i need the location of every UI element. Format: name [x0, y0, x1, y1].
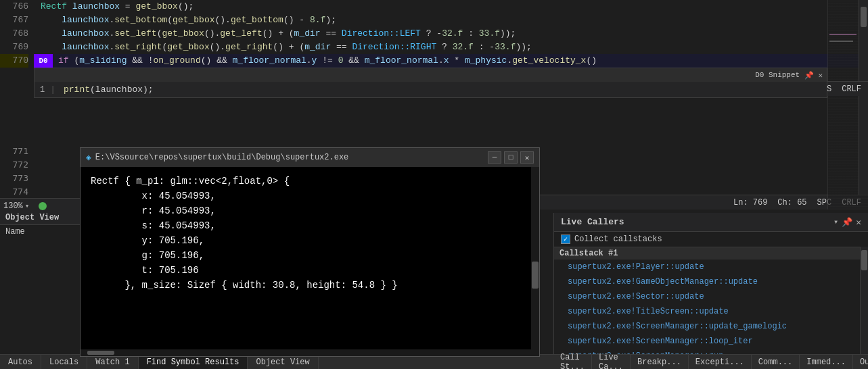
panel-pin-icon[interactable]: 📌 [842, 217, 852, 228]
callstack-item-4[interactable]: supertux2.exe!ScreenManager::update_game… [554, 319, 868, 334]
popup-restore[interactable]: □ [504, 151, 518, 164]
tab-call-stack[interactable]: Call St... [553, 355, 592, 370]
object-view-title: Object View [5, 213, 59, 222]
callstack-item-5[interactable]: supertux2.exe!ScreenManager::loop_iter [554, 334, 868, 349]
popup-hscrollbar[interactable] [81, 349, 531, 356]
panel-close-icon[interactable]: ✕ [856, 217, 861, 228]
popup-titlebar: ◈ E:\VSsource\repos\supertux\build\Debug… [81, 148, 539, 167]
popup-title-left: ◈ E:\VSsource\repos\supertux\build\Debug… [86, 152, 348, 163]
collect-callstacks-label: Collect callstacks [574, 235, 662, 244]
tab-immed[interactable]: Immed... [800, 355, 853, 370]
snippet-code: print(launchbox); [64, 84, 154, 95]
zoom-control: 130% ▾ [0, 198, 80, 213]
tab-live-callers[interactable]: Live Ca... [592, 355, 631, 370]
panel-controls: ▾ 📌 ✕ [833, 217, 861, 228]
zoom-dropdown-icon[interactable]: ▾ [25, 201, 30, 210]
snippet-panel: D0 Snippet 📌 ✕ 1 | print(launchbox); [34, 68, 827, 98]
right-panel-header: Live Callers ▾ 📌 ✕ [554, 213, 868, 232]
callstack-item-2[interactable]: supertux2.exe!Sector::update [554, 289, 868, 304]
callstack-header: Callstack #1 [554, 247, 868, 260]
code-line-767: launchbox.set_bottom(get_bbox().get_bott… [34, 14, 868, 27]
callstack-item-3[interactable]: supertux2.exe!TitleScreen::update [554, 304, 868, 319]
panel-dropdown-icon[interactable]: ▾ [833, 217, 838, 227]
object-view-name-col: Name [0, 225, 81, 239]
tab-breakpoints[interactable]: Breakp... [631, 355, 689, 370]
v-scrollbar[interactable] [859, 0, 868, 195]
tab-comm[interactable]: Comm... [752, 355, 800, 370]
snippet-title: D0 Snippet [755, 71, 800, 79]
popup-scrollbar-thumb[interactable] [532, 262, 539, 289]
bottom-right-tabs: Call St... Live Ca... Breakp... Excepti.… [553, 354, 868, 369]
code-line-766: Rectf launchbox = get_bbox(); [34, 0, 868, 14]
snippet-pin-icon[interactable]: 📌 [804, 71, 814, 80]
d0-badge: D0 [34, 54, 53, 68]
mid-status-ch: Ch: 65 [777, 198, 806, 207]
callstack-item-1[interactable]: supertux2.exe!GameObjectManager::update [554, 274, 868, 289]
popup-minimize[interactable]: ─ [488, 151, 501, 164]
callstack-list: Callstack #1 supertux2.exe!Player::updat… [554, 247, 868, 369]
green-status-dot [39, 202, 47, 210]
tab-exceptions[interactable]: Excepti... [689, 355, 752, 370]
code-line-769: launchbox.set_right(get_bbox().get_right… [34, 41, 868, 54]
popup-icon: ◈ [86, 152, 91, 163]
popup-hscrollbar-thumb[interactable] [87, 351, 114, 355]
live-callers-title: Live Callers [561, 217, 624, 227]
callstack-item-0[interactable]: supertux2.exe!Player::update [554, 260, 868, 274]
code-content: Rectf launchbox = get_bbox(); launchbox.… [34, 0, 868, 68]
right-panel-scrollbar[interactable] [860, 247, 868, 354]
object-view-panel: Object View Name [0, 210, 81, 354]
tab-autos[interactable]: Autos [0, 355, 41, 370]
status-crlf: CRLF [842, 84, 861, 94]
snippet-close-icon[interactable]: ✕ [818, 71, 823, 80]
snippet-header: D0 Snippet 📌 ✕ [35, 68, 827, 82]
popup-window: ◈ E:\VSsource\repos\supertux\build\Debug… [80, 147, 540, 357]
code-line-770: D0 if (m_sliding && !on_ground() && m_fl… [34, 54, 868, 68]
popup-content: Rectf { m_p1: glm::vec<2,float,0> { x: 4… [81, 167, 539, 299]
popup-close[interactable]: ✕ [520, 151, 534, 164]
right-panel: Live Callers ▾ 📌 ✕ ✓ Collect callstacks … [553, 213, 868, 354]
popup-title: E:\VSsource\repos\supertux\build\Debug\s… [95, 153, 348, 162]
tab-output[interactable]: Output [853, 355, 868, 370]
scrollbar-thumb[interactable] [861, 7, 867, 27]
collect-callstacks-bar: ✓ Collect callstacks [554, 232, 868, 247]
mid-status-ln: Ln: 769 [733, 198, 767, 207]
line-numbers: 766 767 768 769 770 [0, 0, 34, 68]
zoom-value: 130% [3, 201, 23, 211]
collect-callstacks-checkbox[interactable]: ✓ [561, 235, 570, 244]
popup-scrollbar[interactable] [531, 167, 539, 356]
popup-controls: ─ □ ✕ [488, 151, 534, 164]
mid-line-numbers: 771 772 773 774 [0, 142, 34, 199]
snippet-line-indicator: 1 [40, 85, 45, 95]
code-line-768: launchbox.set_left(get_bbox().get_left()… [34, 27, 868, 41]
right-panel-scrollbar-thumb[interactable] [861, 250, 867, 270]
snippet-content: 1 | print(launchbox); [35, 82, 827, 97]
